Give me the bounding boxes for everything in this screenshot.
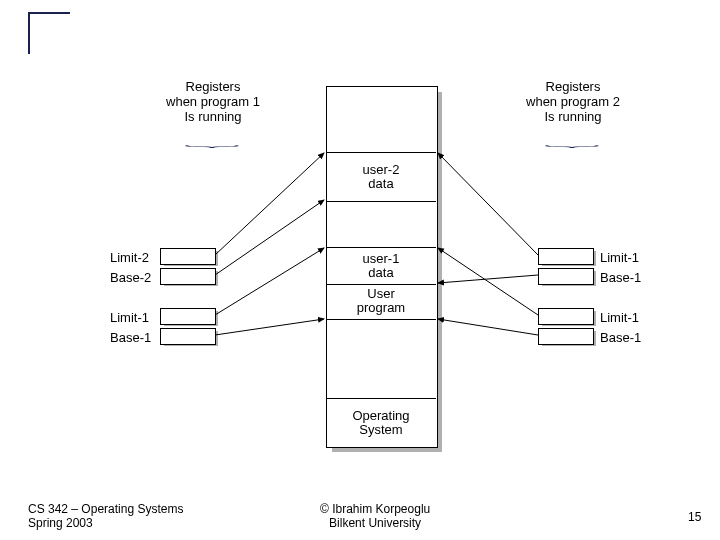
brace-right: ⏟: [545, 132, 599, 148]
seg-userprog: User program: [326, 283, 436, 320]
reg-left-2: [160, 308, 216, 325]
lbl-left-2: Limit-1: [110, 310, 149, 325]
seg-os: Operating System: [326, 398, 436, 448]
lbl-left-1: Base-2: [110, 270, 151, 285]
svg-line-6: [438, 248, 538, 315]
svg-line-5: [438, 275, 538, 283]
footer-page: 15: [688, 510, 701, 524]
lbl-right-0: Limit-1: [600, 250, 639, 265]
lbl-right-2: Limit-1: [600, 310, 639, 325]
header-right: Registers when program 2 Is running: [508, 80, 638, 125]
reg-right-1: [538, 268, 594, 285]
lbl-left-0: Limit-2: [110, 250, 149, 265]
corner-frame: [28, 12, 70, 54]
brace-left: ⏟: [185, 132, 239, 148]
lbl-left-3: Base-1: [110, 330, 151, 345]
svg-line-7: [438, 319, 538, 335]
slide: Registers when program 1 Is running Regi…: [0, 0, 720, 540]
footer-left: CS 342 – Operating Systems Spring 2003: [28, 502, 183, 530]
seg-user1: user-1 data: [326, 247, 436, 285]
header-left: Registers when program 1 Is running: [148, 80, 278, 125]
seg-user2: user-2 data: [326, 152, 436, 202]
svg-line-3: [215, 319, 324, 335]
svg-line-1: [215, 200, 324, 275]
lbl-right-3: Base-1: [600, 330, 641, 345]
lbl-right-1: Base-1: [600, 270, 641, 285]
reg-right-0: [538, 248, 594, 265]
svg-line-2: [215, 248, 324, 315]
reg-left-1: [160, 268, 216, 285]
reg-left-3: [160, 328, 216, 345]
svg-line-4: [438, 153, 538, 255]
reg-left-0: [160, 248, 216, 265]
reg-right-3: [538, 328, 594, 345]
svg-line-0: [215, 153, 324, 255]
reg-right-2: [538, 308, 594, 325]
footer-center: © Ibrahim Korpeoglu Bilkent University: [320, 502, 430, 530]
